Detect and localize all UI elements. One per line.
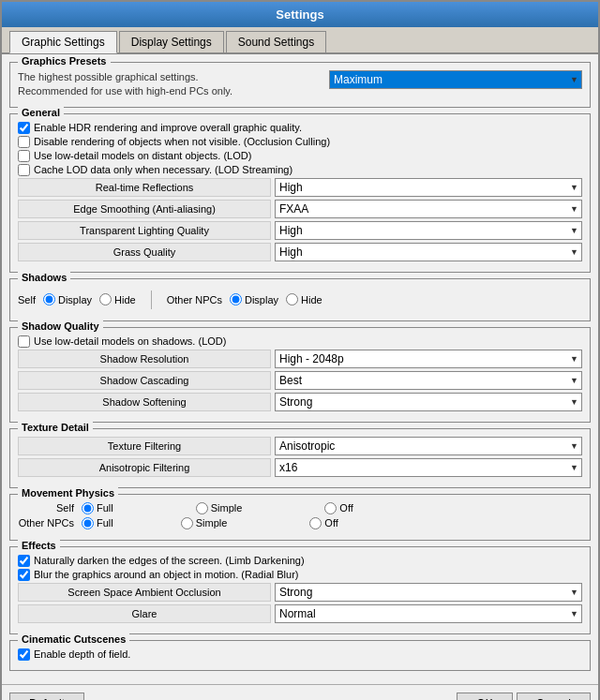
select-ssao[interactable]: StrongMediumWeakOff — [275, 583, 582, 602]
group-shadows: Shadows Self Display Hide Other NPCs — [9, 278, 591, 321]
setting-row-transparent: Transparent Lighting Quality HighMediumL… — [18, 221, 582, 240]
radio-movement-npc-off[interactable] — [309, 517, 322, 529]
group-label-general: General — [18, 107, 64, 118]
setting-row-antialiasing: Edge Smoothing (Anti-aliasing) FXAAMSAA … — [18, 200, 582, 218]
title-bar: Settings — [2, 2, 598, 27]
radio-movement-self-off[interactable] — [324, 502, 337, 514]
select-glare[interactable]: NormalStrongWeakOff — [275, 604, 582, 623]
setting-row-shadow-cascading: Shadow Cascading BestHighMediumLow — [18, 371, 582, 390]
movement-self-off[interactable]: Off — [324, 502, 352, 514]
select-reflections[interactable]: HighMediumLowOff — [275, 178, 582, 197]
setting-label-texture-filtering: Texture Filtering — [18, 437, 271, 455]
setting-label-transparent: Transparent Lighting Quality — [18, 221, 271, 240]
select-antialiasing[interactable]: FXAAMSAA 2xMSAA 4xOff — [275, 200, 582, 218]
preset-description: The highest possible graphical settings.… — [18, 70, 322, 99]
setting-row-ssao: Screen Space Ambient Occlusion StrongMed… — [18, 583, 582, 602]
select-shadow-resolution[interactable]: High - 2048pMedium - 1024pLow - 512p — [275, 350, 582, 368]
movement-self-label: Self — [18, 502, 74, 514]
checkbox-dof: Enable depth of field. — [18, 648, 582, 661]
movement-row-self: Self Full Simple Off — [18, 502, 582, 514]
radio-npc-hide[interactable] — [286, 293, 298, 305]
radio-movement-npc-full[interactable] — [82, 517, 94, 529]
checkbox-hdr: Enable HDR rendering and improve overall… — [18, 122, 582, 134]
select-texture-filtering[interactable]: AnisotropicTrilinearBilinear — [275, 437, 582, 455]
group-graphics-presets: Graphics Presets The highest possible gr… — [9, 62, 591, 108]
group-label-shadow-quality: Shadow Quality — [18, 320, 103, 332]
shadows-self-display[interactable]: Display — [43, 293, 92, 305]
checkbox-shadow-lod-input[interactable] — [18, 335, 30, 348]
movement-self-full[interactable]: Full — [82, 502, 113, 514]
movement-npc-off[interactable]: Off — [309, 517, 338, 529]
movement-npc-full[interactable]: Full — [82, 517, 113, 529]
setting-label-shadow-cascading: Shadow Cascading — [18, 371, 271, 390]
select-transparent[interactable]: HighMediumLow — [275, 221, 582, 240]
cancel-button[interactable]: Cancel — [517, 693, 591, 700]
default-button[interactable]: Default — [9, 693, 84, 700]
select-shadow-cascading[interactable]: BestHighMediumLow — [275, 371, 582, 390]
radio-movement-npc-simple[interactable] — [181, 517, 193, 529]
checkbox-dof-input[interactable] — [18, 648, 30, 661]
group-shadow-quality: Shadow Quality Use low-detail models on … — [9, 327, 591, 423]
checkbox-hdr-input[interactable] — [18, 122, 30, 134]
group-label-cinematic: Cinematic Cutscenes — [18, 633, 129, 645]
group-general: General Enable HDR rendering and improve… — [9, 113, 591, 273]
radio-movement-self-full[interactable] — [82, 502, 94, 514]
select-shadow-softening[interactable]: StrongMediumWeakOff — [275, 393, 582, 411]
radio-movement-self-simple[interactable] — [196, 502, 208, 514]
radio-self-display[interactable] — [43, 293, 55, 305]
window-title: Settings — [276, 7, 323, 22]
checkbox-dof-label: Enable depth of field. — [34, 648, 130, 660]
setting-row-grass: Grass Quality HighMediumLowOff — [18, 243, 582, 261]
checkbox-lod-stream-label: Cache LOD data only when necessary. (LOD… — [34, 164, 292, 175]
radio-self-hide[interactable] — [99, 293, 112, 305]
checkbox-shadow-lod: Use low-detail models on shadows. (LOD) — [18, 335, 582, 348]
tab-graphic[interactable]: Graphic Settings — [9, 31, 117, 53]
shadows-npc-label: Other NPCs — [167, 294, 222, 305]
select-grass[interactable]: HighMediumLowOff — [275, 243, 582, 261]
select-aniso-filtering[interactable]: x16x8x4x2 — [275, 458, 582, 477]
settings-window: Settings Graphic Settings Display Settin… — [0, 0, 600, 700]
bottom-bar: Default OK Cancel — [2, 684, 598, 700]
setting-label-antialiasing: Edge Smoothing (Anti-aliasing) — [18, 200, 271, 218]
checkbox-limb-label: Naturally darken the edges of the screen… — [34, 555, 305, 566]
setting-label-aniso-filtering: Anisotropic Filtering — [18, 458, 271, 477]
checkbox-lod-stream-input[interactable] — [18, 164, 30, 176]
setting-row-shadow-resolution: Shadow Resolution High - 2048pMedium - 1… — [18, 350, 582, 368]
checkbox-radial: Blur the graphics around an object in mo… — [18, 569, 582, 581]
checkbox-hdr-label: Enable HDR rendering and improve overall… — [34, 122, 302, 133]
movement-self-simple[interactable]: Simple — [196, 502, 243, 514]
shadows-self-hide[interactable]: Hide — [99, 293, 136, 305]
tab-sound[interactable]: Sound Settings — [226, 31, 326, 52]
setting-row-aniso-filtering: Anisotropic Filtering x16x8x4x2 — [18, 458, 582, 477]
checkbox-occlusion-label: Disable rendering of objects when not vi… — [34, 136, 330, 147]
tab-display[interactable]: Display Settings — [119, 31, 224, 52]
checkbox-lod-label: Use low-detail models on distant objects… — [34, 150, 251, 161]
radio-npc-display[interactable] — [230, 293, 242, 305]
setting-row-shadow-softening: Shadow Softening StrongMediumWeakOff — [18, 393, 582, 411]
group-texture-detail: Texture Detail Texture Filtering Anisotr… — [9, 428, 591, 488]
group-effects: Effects Naturally darken the edges of th… — [9, 546, 591, 634]
group-movement-physics: Movement Physics Self Full Simple Off — [9, 494, 591, 541]
ok-button[interactable]: OK — [457, 693, 512, 700]
checkbox-occlusion-input[interactable] — [18, 136, 30, 148]
setting-row-texture-filtering: Texture Filtering AnisotropicTrilinearBi… — [18, 437, 582, 455]
shadows-radios: Self Display Hide Other NPCs Display — [18, 287, 582, 313]
group-label-effects: Effects — [18, 540, 60, 551]
checkbox-lod-stream: Cache LOD data only when necessary. (LOD… — [18, 164, 582, 176]
group-label-movement: Movement Physics — [18, 487, 118, 499]
setting-label-shadow-softening: Shadow Softening — [18, 393, 271, 411]
setting-label-grass: Grass Quality — [18, 243, 271, 261]
movement-npc-simple[interactable]: Simple — [181, 517, 228, 529]
checkbox-radial-input[interactable] — [18, 569, 30, 581]
setting-label-glare: Glare — [18, 604, 271, 623]
checkbox-lod-input[interactable] — [18, 150, 30, 162]
movement-row-npc: Other NPCs Full Simple Off — [18, 517, 582, 529]
setting-row-glare: Glare NormalStrongWeakOff — [18, 604, 582, 623]
preset-select[interactable]: Maximum High Medium Low Custom — [329, 70, 582, 89]
setting-label-reflections: Real-time Reflections — [18, 178, 271, 197]
checkbox-limb: Naturally darken the edges of the screen… — [18, 555, 582, 567]
checkbox-lod: Use low-detail models on distant objects… — [18, 150, 582, 162]
shadows-npc-display[interactable]: Display — [230, 293, 278, 305]
shadows-npc-hide[interactable]: Hide — [286, 293, 322, 305]
checkbox-limb-input[interactable] — [18, 555, 30, 567]
